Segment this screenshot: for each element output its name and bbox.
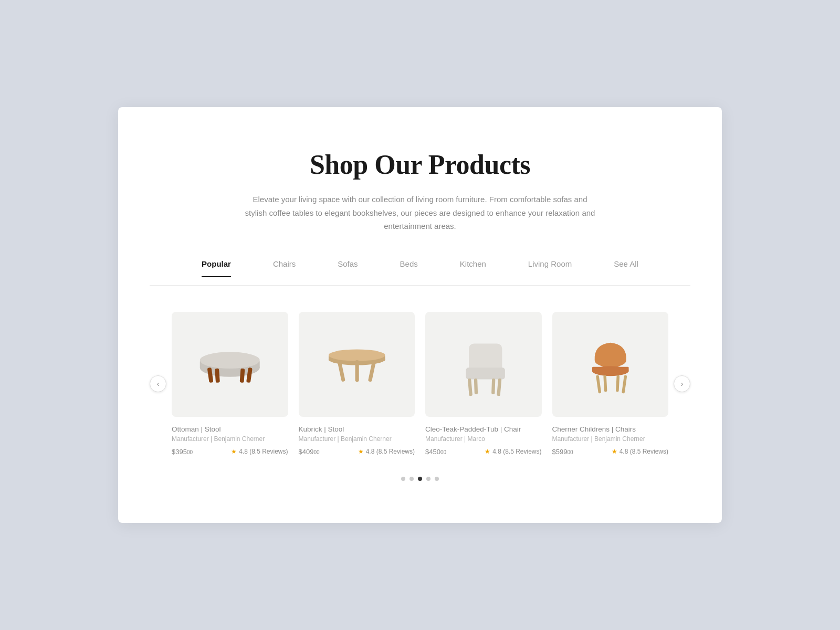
page-title: Shop Our Products — [150, 149, 690, 180]
chevron-right-icon: › — [681, 380, 684, 388]
star-icon-2: ★ — [358, 448, 364, 455]
main-container: Shop Our Products Elevate your living sp… — [118, 107, 722, 523]
product-footer-1: $39500 ★ 4.8 (8.5 Reviews) — [172, 448, 288, 456]
dot-1[interactable] — [401, 477, 405, 481]
product-price-2: $40900 — [299, 448, 320, 456]
product-manufacturer-4: Manufacturer | Benjamin Cherner — [552, 435, 669, 443]
product-price-4: $59900 — [552, 448, 573, 456]
products-grid: Ottoman | Stool Manufacturer | Benjamin … — [172, 312, 668, 456]
tab-see-all[interactable]: See All — [614, 259, 638, 277]
product-card-2[interactable]: Kubrick | Stool Manufacturer | Benjamin … — [299, 312, 415, 456]
product-rating-2: ★ 4.8 (8.5 Reviews) — [358, 448, 415, 455]
svg-rect-22 — [622, 375, 627, 393]
svg-rect-20 — [592, 366, 628, 371]
svg-rect-17 — [474, 379, 478, 394]
product-rating-4: ★ 4.8 (8.5 Reviews) — [612, 448, 668, 455]
star-icon-3: ★ — [485, 448, 490, 455]
product-footer-4: $59900 ★ 4.8 (8.5 Reviews) — [552, 448, 669, 456]
product-image-cleo — [425, 312, 542, 417]
svg-rect-23 — [603, 375, 607, 392]
tab-beds[interactable]: Beds — [400, 259, 418, 277]
star-icon-4: ★ — [612, 448, 617, 455]
products-carousel: ‹ Ottoman — [150, 312, 690, 456]
tabs-navigation: Popular Chairs Sofas Beds Kitchen Living… — [150, 259, 690, 286]
product-card-1[interactable]: Ottoman | Stool Manufacturer | Benjamin … — [172, 312, 288, 456]
product-card-4[interactable]: Cherner Childrens | Chairs Manufacturer … — [552, 312, 669, 456]
header-section: Shop Our Products Elevate your living sp… — [150, 149, 690, 233]
svg-point-9 — [328, 349, 385, 361]
svg-rect-15 — [468, 378, 472, 396]
product-price-1: $39500 — [172, 448, 193, 456]
product-name-3: Cleo-Teak-Padded-Tub | Chair — [425, 425, 542, 433]
svg-rect-18 — [491, 379, 495, 394]
carousel-dots — [150, 477, 690, 481]
product-manufacturer-1: Manufacturer | Benjamin Cherner — [172, 435, 288, 443]
product-footer-2: $40900 ★ 4.8 (8.5 Reviews) — [299, 448, 415, 456]
product-image-kubrick — [299, 312, 415, 417]
product-image-cherner — [552, 312, 669, 417]
svg-rect-21 — [596, 375, 601, 393]
product-manufacturer-3: Manufacturer | Marco — [425, 435, 542, 443]
product-image-ottoman — [172, 312, 288, 417]
dot-2[interactable] — [410, 477, 414, 481]
svg-point-2 — [200, 352, 260, 369]
tab-kitchen[interactable]: Kitchen — [460, 259, 486, 277]
star-icon-1: ★ — [231, 448, 237, 455]
product-name-2: Kubrick | Stool — [299, 425, 415, 433]
product-rating-3: ★ 4.8 (8.5 Reviews) — [485, 448, 541, 455]
svg-rect-16 — [497, 378, 501, 396]
product-card-3[interactable]: Cleo-Teak-Padded-Tub | Chair Manufacture… — [425, 312, 542, 456]
tab-chairs[interactable]: Chairs — [273, 259, 296, 277]
svg-rect-12 — [355, 360, 359, 382]
product-footer-3: $45000 ★ 4.8 (8.5 Reviews) — [425, 448, 542, 456]
product-name-4: Cherner Childrens | Chairs — [552, 425, 669, 433]
product-price-3: $45000 — [425, 448, 446, 456]
dot-5[interactable] — [435, 477, 439, 481]
carousel-next-button[interactable]: › — [674, 375, 690, 392]
svg-rect-14 — [466, 368, 505, 379]
dot-4[interactable] — [426, 477, 430, 481]
chevron-left-icon: ‹ — [157, 380, 160, 388]
tab-popular[interactable]: Popular — [202, 259, 231, 277]
dot-3[interactable] — [418, 477, 422, 481]
svg-rect-24 — [616, 375, 620, 392]
product-name-1: Ottoman | Stool — [172, 425, 288, 433]
carousel-prev-button[interactable]: ‹ — [150, 375, 166, 392]
product-manufacturer-2: Manufacturer | Benjamin Cherner — [299, 435, 415, 443]
page-subtitle: Elevate your living space with our colle… — [242, 193, 598, 233]
product-rating-1: ★ 4.8 (8.5 Reviews) — [231, 448, 288, 455]
tab-sofas[interactable]: Sofas — [338, 259, 358, 277]
tab-living-room[interactable]: Living Room — [528, 259, 572, 277]
